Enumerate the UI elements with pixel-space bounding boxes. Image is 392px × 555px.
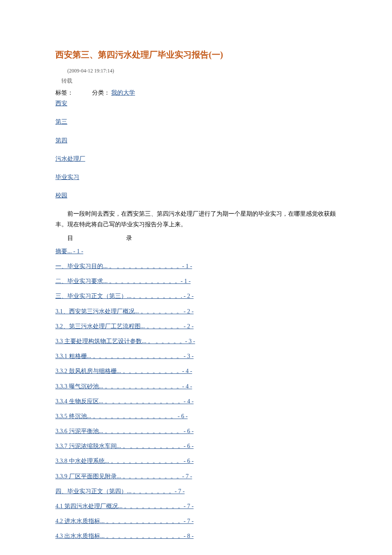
tag-link[interactable]: 毕业实习 <box>55 172 337 182</box>
toc-item[interactable]: 三、毕业实习正文（第三）... 。。。。。。。。. - 2 - <box>55 291 337 301</box>
toc-item[interactable]: 3.3 主要处理构筑物工艺设计参数... 。 。。。。。- 3 - <box>55 336 337 347</box>
toc-item[interactable]: 3.3.2 鼓风机房与细格栅... 。。。。。。。。。。- 4 - <box>55 366 337 376</box>
meta-row: 标签： 分类： 我的大学 <box>55 87 337 98</box>
toc-heading: 目 录 <box>55 233 337 243</box>
toc-heading-char-2: 录 <box>126 235 132 241</box>
tag-link[interactable]: 校园 <box>55 190 337 201</box>
toc-item[interactable]: 4.2 进水水质指标... 。。。。。。。。。。。。。- 7 - <box>55 516 337 526</box>
timestamp: (2009-04-12 19:17:14) <box>55 66 337 76</box>
toc-item[interactable]: 3.1、西安第三污水处理厂概况... 。。。。。。。 - 2 - <box>55 306 337 317</box>
toc-item[interactable]: 3.3.1 粗格栅... 。。。。。。。。。。。。。。。 - 3 - <box>55 351 337 361</box>
toc-heading-char-1: 目 <box>67 235 73 241</box>
repost-label: 转载 <box>55 76 337 86</box>
toc-item[interactable]: 3.3.9 厂区平面图见附录... 。。。。。。。。。。- 7 - <box>55 471 337 482</box>
toc-item[interactable]: 二、毕业实习要求... 。。。。。。。。。。。。- 1 - <box>55 276 337 286</box>
toc-item[interactable]: 摘要... - 1 - <box>55 246 337 257</box>
toc-item[interactable]: 一、毕业实习目的... 。 。。。。。。。。。。。- 1 - <box>55 261 337 272</box>
category-link[interactable]: 我的大学 <box>111 90 135 96</box>
category-label: 分类： <box>92 90 110 96</box>
toc-item[interactable]: 四、毕业实习正文（第四）... 。。。。。。。- 7 - <box>55 486 337 497</box>
tags-label: 标签： <box>55 90 73 96</box>
intro-paragraph: 前一段时间去西安，在西安第三、第四污水处理厂进行了为期一个星期的毕业实习，在哪里… <box>55 208 337 230</box>
toc-item[interactable]: 3.3.3 曝气沉砂池... 。。。。。。。。。。。。。- 4 - <box>55 381 337 392</box>
tag-link[interactable]: 第四 <box>55 135 337 146</box>
toc-item[interactable]: 3.3.8 中水处理系统... 。。。。。。。。。。。。 - 6 - <box>55 456 337 466</box>
toc-item[interactable]: 3.3.7 污泥浓缩脱水车间... 。 。。。。。。。。。- 6 - <box>55 441 337 451</box>
toc-item[interactable]: 3.2、第三污水处理厂工艺流程图... 。。。。。。 - 2 - <box>55 321 337 332</box>
toc-item[interactable]: 3.3.4 生物反应区... 。 。。。。。。。。。。。。- 4 - <box>55 396 337 407</box>
toc-item[interactable]: 3.3.6 污泥平衡池... 。。。。。。。。。。。。。 - 6 - <box>55 426 337 436</box>
tag-link[interactable]: 污水处理厂 <box>55 153 337 164</box>
tag-link[interactable]: 第三 <box>55 116 337 127</box>
toc-item[interactable]: 4.3 出水水质指标... 。。。。。。。。。。。。。- 8 - <box>55 531 337 541</box>
toc-item[interactable]: 3.3.5 终沉池... 。。。。。。。。。。。。。。 - 6 - <box>55 411 337 422</box>
toc-item[interactable]: 4.1 第四污水处理厂概况... 。。。。。。。。。。- 7 - <box>55 501 337 512</box>
document-title: 西安第三、第四污水处理厂毕业实习报告(一) <box>55 47 337 62</box>
tag-link[interactable]: 西安 <box>55 98 337 109</box>
